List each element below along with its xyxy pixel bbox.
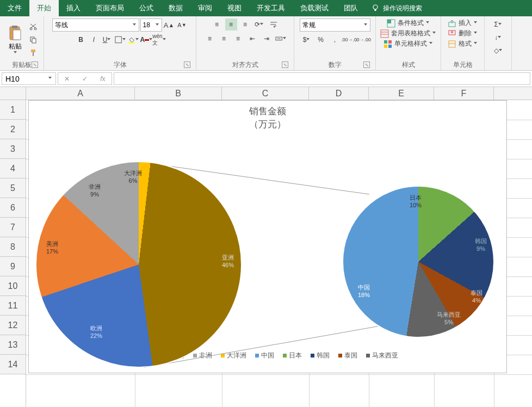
tell-me-search[interactable]: 操作说明搜索 — [366, 0, 428, 16]
row-header[interactable]: 14 — [0, 355, 26, 374]
tab-insert[interactable]: 插入 — [59, 0, 88, 16]
dialog-launcher-icon[interactable]: ⤡ — [282, 61, 288, 68]
indent-dec-button[interactable]: ⇤ — [246, 33, 258, 45]
group-label-cells: 单元格 — [453, 60, 473, 70]
font-name-combo[interactable]: 等线 — [52, 18, 139, 32]
decrease-font-button[interactable]: A▼ — [176, 19, 188, 31]
tab-team[interactable]: 团队 — [336, 0, 366, 16]
table-format-button[interactable]: 套用表格格式 — [380, 29, 436, 38]
row-header[interactable]: 10 — [0, 276, 26, 296]
column-header[interactable]: F — [434, 87, 494, 100]
phonetic-button[interactable]: wén文 — [153, 34, 165, 46]
delete-cells-button[interactable]: 删除 — [448, 29, 478, 38]
align-left-button[interactable]: ≡ — [204, 33, 216, 45]
tab-review[interactable]: 审阅 — [190, 0, 220, 16]
paste-label: 粘贴 — [9, 42, 22, 51]
align-center-button[interactable]: ≡ — [218, 33, 230, 45]
align-right-button[interactable]: ≡ — [232, 33, 244, 45]
align-middle-button[interactable]: ≡ — [225, 18, 237, 30]
group-styles: 条件格式 套用表格格式 单元格样式 样式 — [376, 16, 441, 70]
tab-file[interactable]: 文件 — [0, 0, 29, 16]
tab-view[interactable]: 视图 — [220, 0, 249, 16]
number-format-combo[interactable]: 常规 — [300, 18, 370, 32]
formula-input[interactable] — [114, 72, 530, 85]
copy-button[interactable] — [27, 34, 39, 46]
comma-button[interactable]: , — [329, 34, 341, 46]
cell-style-button[interactable]: 单元格样式 — [383, 39, 433, 48]
row-header[interactable]: 13 — [0, 335, 26, 355]
autosum-button[interactable]: Σ — [492, 18, 504, 30]
format-cells-button[interactable]: 格式 — [448, 39, 478, 48]
underline-button[interactable]: U — [101, 34, 113, 46]
format-icon — [448, 40, 456, 48]
row-header[interactable]: 9 — [0, 257, 26, 276]
tab-data[interactable]: 数据 — [161, 0, 190, 16]
increase-decimal-button[interactable]: .00→.0 — [343, 34, 355, 46]
row-header[interactable]: 6 — [0, 198, 26, 218]
fill-button[interactable]: ↓ — [492, 32, 504, 44]
chevron-down-icon — [474, 42, 478, 46]
column-header[interactable]: E — [369, 87, 434, 100]
cancel-formula-button[interactable]: ✕ — [64, 75, 70, 83]
select-all-corner[interactable] — [0, 87, 26, 100]
svg-rect-11 — [115, 36, 121, 42]
wrap-text-button[interactable] — [268, 18, 280, 30]
tab-home[interactable]: 开始 — [29, 0, 59, 16]
bold-button[interactable]: B — [75, 34, 87, 46]
tab-devtools[interactable]: 开发工具 — [249, 0, 293, 16]
border-button[interactable] — [114, 34, 126, 46]
clear-button[interactable]: ◇ — [492, 45, 504, 57]
row-header[interactable]: 8 — [0, 237, 26, 257]
currency-button[interactable]: $ — [301, 34, 313, 46]
increase-font-button[interactable]: A▲ — [163, 19, 175, 31]
fx-button[interactable]: fx — [100, 75, 105, 83]
group-label-font: 字体 — [114, 60, 127, 70]
conditional-format-button[interactable]: 条件格式 — [387, 18, 430, 28]
dialog-launcher-icon[interactable]: ⤡ — [363, 61, 370, 68]
tab-layout[interactable]: 页面布局 — [88, 0, 132, 16]
merge-button[interactable] — [275, 33, 287, 45]
align-top-button[interactable]: ≡ — [211, 18, 223, 30]
row-header[interactable]: 11 — [0, 296, 26, 316]
fill-color-button[interactable] — [127, 34, 139, 46]
legend-item: 大洋洲 — [221, 351, 246, 360]
legend-swatch — [311, 354, 314, 357]
column-header[interactable]: C — [222, 87, 309, 100]
insert-cells-button[interactable]: 插入 — [448, 18, 478, 28]
row-header[interactable]: 4 — [0, 159, 26, 178]
table-format-icon — [380, 29, 389, 38]
row-header[interactable]: 2 — [0, 120, 26, 139]
percent-button[interactable]: % — [315, 34, 327, 46]
row-header[interactable]: 3 — [0, 139, 26, 159]
align-bottom-button[interactable]: ≡ — [239, 18, 251, 30]
column-header[interactable]: D — [309, 87, 369, 100]
svg-rect-8 — [32, 39, 36, 43]
row-header[interactable]: 5 — [0, 178, 26, 198]
format-painter-button[interactable] — [27, 47, 39, 59]
confirm-formula-button[interactable]: ✓ — [82, 75, 88, 83]
column-header[interactable]: B — [135, 87, 222, 100]
indent-inc-button[interactable]: ⇥ — [261, 33, 273, 45]
row-header[interactable]: 12 — [0, 316, 26, 335]
chart-object[interactable]: 销售金额 （万元） 亚洲46% 欧洲22% 美洲17% 非洲9% 大洋洲6% — [28, 100, 507, 373]
grid-body[interactable]: 销售金额 （万元） 亚洲46% 欧洲22% 美洲17% 非洲9% 大洋洲6% — [26, 100, 532, 407]
copy-icon — [29, 35, 38, 44]
bulb-icon — [371, 4, 380, 13]
name-box[interactable]: H10 — [2, 72, 56, 85]
chart-title: 销售金额 （万元） — [29, 105, 506, 131]
cut-button[interactable] — [27, 21, 39, 33]
chevron-down-icon — [133, 23, 137, 27]
italic-button[interactable]: I — [88, 34, 100, 46]
tab-formula[interactable]: 公式 — [132, 0, 161, 16]
column-header[interactable]: A — [26, 87, 135, 100]
dialog-launcher-icon[interactable]: ⤡ — [184, 61, 190, 68]
row-header[interactable]: 7 — [0, 218, 26, 237]
decrease-decimal-button[interactable]: .0→.00 — [357, 34, 369, 46]
dialog-launcher-icon[interactable]: ⤡ — [32, 61, 38, 68]
tab-loadtest[interactable]: 负载测试 — [293, 0, 336, 16]
font-color-button[interactable]: A — [140, 34, 152, 46]
paste-button[interactable]: 粘贴 — [4, 24, 26, 55]
orientation-button[interactable]: ⟳ — [253, 18, 265, 30]
font-size-combo[interactable]: 18 — [140, 18, 162, 32]
row-header[interactable]: 1 — [0, 100, 26, 120]
